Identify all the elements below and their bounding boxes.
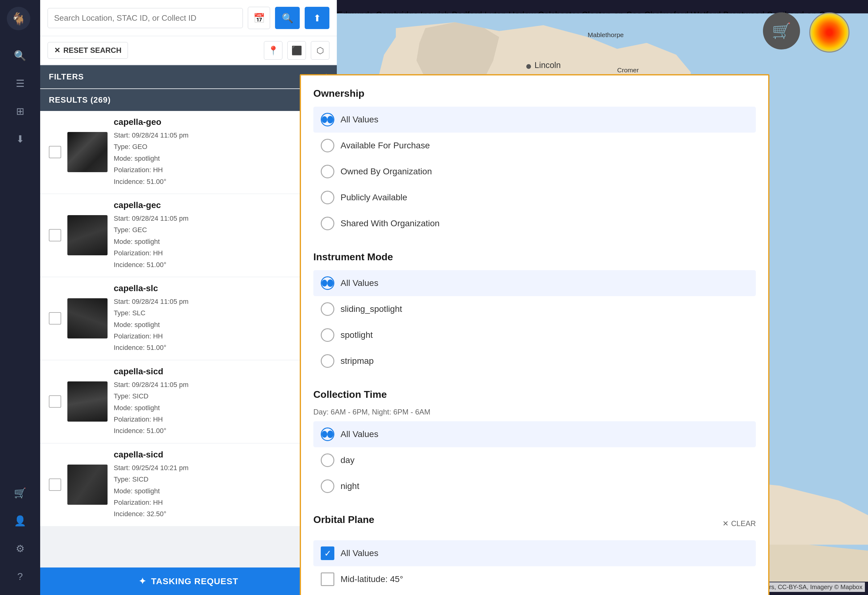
result-item-capella-gec[interactable]: capella-gec Start: 09/28/24 11:05 pm Typ… [40, 194, 337, 277]
filter-panel: ✓ Ownership All Values Available For Pur… [300, 74, 769, 595]
orbital-plane-title: Orbital Plane [313, 514, 374, 526]
sidebar-layers-btn[interactable]: ⊞ [8, 99, 32, 124]
instrument-sliding-spotlight[interactable]: sliding_spotlight [313, 296, 756, 322]
result-thumb-geo [67, 132, 108, 172]
result-title-geo: capella-geo [114, 117, 312, 127]
svg-text:Lincoln: Lincoln [534, 61, 561, 70]
map-pin-btn[interactable]: 📍 [264, 41, 282, 60]
sidebar-user-btn[interactable]: 👤 [8, 508, 32, 533]
ownership-public-label: Publicly Available [341, 193, 407, 202]
clear-label: CLEAR [731, 519, 756, 528]
tasking-label: TASKING REQUEST [151, 576, 238, 586]
svg-text:Cromer: Cromer [617, 66, 639, 74]
ownership-purchase-label: Available For Purchase [341, 141, 430, 151]
result-info-gec: capella-gec Start: 09/28/24 11:05 pm Typ… [114, 200, 312, 270]
instrument-stripmap[interactable]: stripmap [313, 348, 756, 374]
heatmap-indicator [809, 12, 849, 53]
orbital-mid-45-checkbox [321, 573, 334, 586]
sidebar-help-btn[interactable]: ? [8, 564, 32, 589]
ownership-owned-by-org[interactable]: Owned By Organization [313, 159, 756, 185]
result-item-capella-geo[interactable]: capella-geo Start: 09/28/24 11:05 pm Typ… [40, 111, 337, 193]
result-checkbox-geo[interactable] [49, 146, 61, 158]
ownership-publicly-available[interactable]: Publicly Available [313, 185, 756, 211]
orbital-all-values[interactable]: ✓ All Values [313, 540, 756, 566]
ownership-shared-label: Shared With Organization [341, 219, 440, 229]
ownership-shared-with-org[interactable]: Shared With Organization [313, 211, 756, 236]
result-checkbox-gec[interactable] [49, 229, 61, 241]
tasking-icon: ✦ [139, 576, 146, 586]
collection-all-values[interactable]: All Values [313, 421, 756, 447]
result-checkbox-slc[interactable] [49, 312, 61, 325]
map-square-btn[interactable]: ⬛ [287, 41, 306, 60]
results-list: capella-geo Start: 09/28/24 11:05 pm Typ… [40, 111, 337, 567]
ownership-title: Ownership [313, 88, 756, 99]
result-meta-sicd-2: Start: 09/25/24 10:21 pm Type: SICD Mode… [114, 462, 312, 520]
upload-button[interactable]: ⬆ [305, 7, 329, 29]
reset-search-button[interactable]: ✕ RESET SEARCH [47, 42, 128, 59]
orbital-mid-53[interactable]: Mid-latitude: 53° [313, 592, 756, 595]
result-title-sicd-2: capella-sicd [114, 450, 312, 460]
result-checkbox-sicd-1[interactable] [49, 395, 61, 408]
reset-bar: ✕ RESET SEARCH 📍 ⬛ ⬡ [40, 36, 337, 65]
result-info-sicd-2: capella-sicd Start: 09/25/24 10:21 pm Ty… [114, 450, 312, 520]
instrument-spotlight-radio [321, 328, 334, 342]
result-checkbox-sicd-2[interactable] [49, 478, 61, 491]
instrument-all-label: All Values [341, 278, 378, 288]
sidebar-cart-btn[interactable]: 🛒 [8, 481, 32, 505]
collection-time-subtitle: Day: 6AM - 6PM, Night: 6PM - 6AM [313, 408, 756, 416]
result-item-capella-slc[interactable]: capella-slc Start: 09/28/24 11:05 pm Typ… [40, 277, 337, 360]
filters-title: FILTERS [49, 72, 84, 81]
sidebar-search-btn[interactable]: 🔍 [8, 43, 32, 68]
search-input[interactable] [47, 8, 243, 28]
collection-day[interactable]: day [313, 447, 756, 473]
map-cart-icon[interactable]: 🛒 [763, 12, 800, 49]
orbital-plane-header: Orbital Plane ✕ CLEAR [313, 514, 756, 533]
orbital-mid-45[interactable]: Mid-latitude: 45° [313, 566, 756, 592]
result-meta-gec: Start: 09/28/24 11:05 pm Type: GEC Mode:… [114, 213, 312, 270]
result-meta-slc: Start: 09/28/24 11:05 pm Type: SLC Mode:… [114, 296, 312, 354]
instrument-sliding-radio [321, 302, 334, 316]
ownership-available-for-purchase[interactable]: Available For Purchase [313, 133, 756, 159]
instrument-spotlight-label: spotlight [341, 330, 373, 340]
result-info-geo: capella-geo Start: 09/28/24 11:05 pm Typ… [114, 117, 312, 187]
collection-all-radio [321, 427, 334, 441]
calendar-button[interactable]: 📅 [248, 7, 270, 29]
reset-label: RESET SEARCH [63, 46, 121, 55]
instrument-spotlight[interactable]: spotlight [313, 322, 756, 348]
results-title: RESULTS (269) [49, 95, 111, 105]
result-meta-sicd-1: Start: 09/28/24 11:05 pm Type: SICD Mode… [114, 379, 312, 437]
instrument-stripmap-label: stripmap [341, 356, 373, 366]
result-item-capella-sicd-1[interactable]: capella-sicd Start: 09/28/24 11:05 pm Ty… [40, 360, 337, 443]
ownership-purchase-radio [321, 139, 334, 152]
orbital-plane-section: Orbital Plane ✕ CLEAR ✓ All Values Mid-l… [313, 514, 756, 595]
instrument-all-values[interactable]: All Values [313, 270, 756, 296]
result-thumb-gec [67, 215, 108, 255]
sidebar-list-btn[interactable]: ☰ [8, 71, 32, 96]
svg-text:🐐: 🐐 [11, 12, 26, 26]
collection-day-label: day [341, 455, 354, 465]
orbital-plane-clear-btn[interactable]: ✕ CLEAR [722, 519, 756, 528]
main-panel: 📅 🔍 ⬆ ✕ RESET SEARCH 📍 ⬛ ⬡ FILTERS ✓ RES… [40, 0, 337, 595]
search-bar: 📅 🔍 ⬆ [40, 0, 337, 36]
result-thumb-slc [67, 298, 108, 338]
orbital-all-label: All Values [341, 548, 378, 558]
result-item-capella-sicd-2[interactable]: capella-sicd Start: 09/25/24 10:21 pm Ty… [40, 444, 337, 526]
collection-all-label: All Values [341, 429, 378, 439]
reset-x-icon: ✕ [54, 46, 60, 55]
collection-night[interactable]: night [313, 473, 756, 499]
clear-x-icon: ✕ [722, 519, 729, 528]
app-logo[interactable]: 🐐 [6, 6, 34, 34]
sidebar: 🐐 🔍 ☰ ⊞ ⬇ 🛒 👤 ⚙ ? [0, 0, 40, 595]
instrument-all-radio [321, 276, 334, 290]
sidebar-settings-btn[interactable]: ⚙ [8, 536, 32, 561]
sidebar-download-btn[interactable]: ⬇ [8, 127, 32, 151]
collection-night-radio [321, 480, 334, 493]
ownership-all-values[interactable]: All Values [313, 106, 756, 133]
ownership-owned-radio [321, 165, 334, 178]
map-polygon-btn[interactable]: ⬡ [311, 41, 329, 60]
result-title-gec: capella-gec [114, 200, 312, 210]
search-button[interactable]: 🔍 [275, 7, 300, 29]
result-info-slc: capella-slc Start: 09/28/24 11:05 pm Typ… [114, 283, 312, 354]
tasking-request-button[interactable]: ✦ TASKING REQUEST [40, 567, 337, 595]
svg-text:Mablethorpe: Mablethorpe [588, 31, 624, 38]
